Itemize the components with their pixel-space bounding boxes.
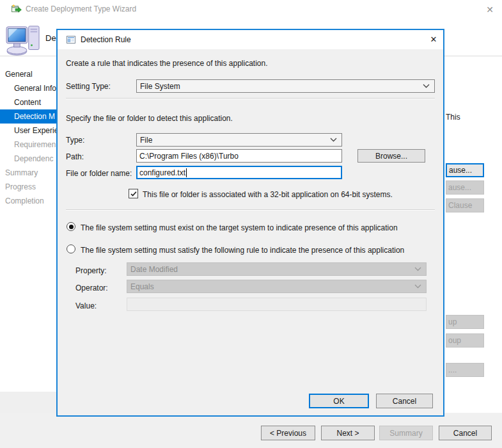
32bit-checkbox[interactable] <box>129 189 138 198</box>
chevron-down-icon <box>414 267 421 271</box>
property-label: Property: <box>75 266 107 276</box>
32bit-checkbox-label[interactable]: This file or folder is associated with a… <box>143 189 393 200</box>
wizard-cancel-button[interactable]: Cancel <box>439 426 492 440</box>
previous-button[interactable]: < Previous <box>261 426 315 440</box>
setting-type-label: Setting Type: <box>66 81 111 92</box>
type-label: Type: <box>66 135 84 145</box>
chevron-down-icon <box>330 138 337 142</box>
radio-dot <box>69 225 74 229</box>
radio-must-exist[interactable] <box>67 222 75 231</box>
type-value: File <box>140 136 152 145</box>
section-divider <box>66 98 435 99</box>
dialog-intro-text: Create a rule that indicates the presenc… <box>66 58 268 68</box>
add-clause-button[interactable]: ause... <box>446 163 484 177</box>
operator-label: Operator: <box>75 283 108 293</box>
property-value: Date Modified <box>130 265 178 274</box>
file-name-value: configured.txt <box>139 168 185 177</box>
path-input[interactable]: C:\Program Files (x86)\Turbo <box>136 149 342 163</box>
dialog-close-icon[interactable]: ✕ <box>427 33 440 46</box>
detection-rule-dialog-icon <box>66 35 76 47</box>
page-title-fragment: De <box>45 33 56 43</box>
radio-must-exist-label[interactable]: The file system setting must exist on th… <box>81 223 398 233</box>
chevron-down-icon <box>423 84 430 88</box>
create-deployment-type-wizard-window: Create Deployment Type Wizard ✕ De Gener… <box>0 0 502 448</box>
window-title: Create Deployment Type Wizard <box>26 0 136 18</box>
type-select[interactable]: File <box>136 133 342 147</box>
path-value: C:\Program Files (x86)\Turbo <box>139 152 239 161</box>
checkmark-icon <box>130 190 137 198</box>
operator-value: Equals <box>130 282 154 291</box>
section-divider <box>66 209 435 211</box>
ungroup-button: oup <box>446 333 484 348</box>
computer-icon <box>5 24 42 60</box>
property-select: Date Modified <box>127 262 427 276</box>
text-caret <box>186 168 187 177</box>
group-button: up <box>446 315 484 329</box>
value-label: Value: <box>75 301 97 311</box>
ok-button[interactable]: OK <box>309 394 369 408</box>
connector-button: .... <box>446 363 484 377</box>
page-text-fragment: This <box>446 113 460 122</box>
window-close-icon[interactable]: ✕ <box>483 3 496 16</box>
file-name-input[interactable]: configured.txt <box>136 166 342 179</box>
delete-clause-button: Clause <box>446 198 484 212</box>
dialog-titlebar: Detection Rule ✕ <box>58 30 443 49</box>
wizard-window-icon <box>12 4 22 16</box>
next-button[interactable]: Next > <box>321 426 375 440</box>
window-titlebar: Create Deployment Type Wizard ✕ <box>0 0 502 18</box>
specify-text: Specify the file or folder to detect thi… <box>66 113 233 124</box>
radio-must-satisfy[interactable] <box>67 244 75 253</box>
setting-type-select[interactable]: File System <box>136 79 435 93</box>
detection-rule-dialog: Detection Rule ✕ Create a rule that indi… <box>56 29 444 417</box>
radio-must-satisfy-label[interactable]: The file system setting must satisfy the… <box>81 245 404 255</box>
value-input <box>127 298 427 311</box>
file-name-label: File or folder name: <box>66 168 132 179</box>
path-label: Path: <box>66 152 84 162</box>
edit-clause-button: ause... <box>446 180 484 195</box>
operator-select: Equals <box>127 280 427 293</box>
setting-type-value: File System <box>140 82 180 91</box>
browse-button[interactable]: Browse... <box>357 149 425 163</box>
summary-button: Summary <box>379 426 433 440</box>
chevron-down-icon <box>414 284 421 289</box>
dialog-title: Detection Rule <box>81 30 131 49</box>
dialog-cancel-button[interactable]: Cancel <box>376 394 433 408</box>
